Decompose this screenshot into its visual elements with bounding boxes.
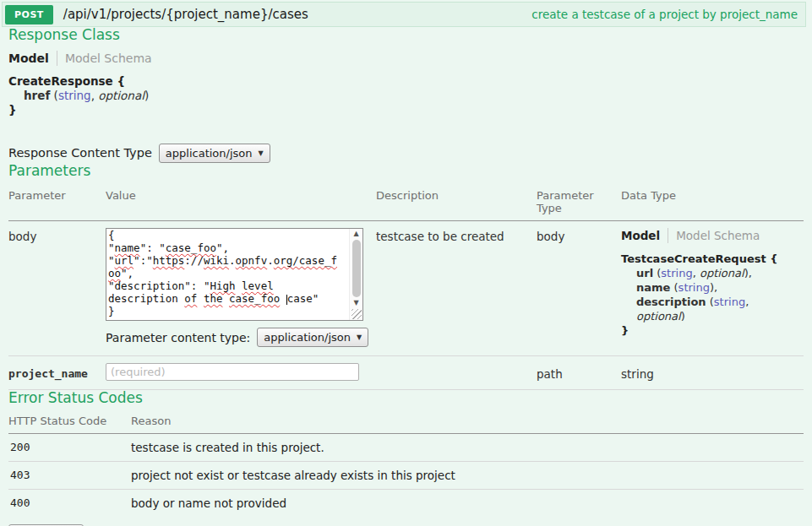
endpoint-path-link[interactable]: /api/v1/projects/{project_name}/cases (63, 7, 308, 22)
param-type: path (537, 363, 621, 381)
status-code: 403 (8, 469, 131, 482)
status-code: 400 (8, 496, 131, 510)
textarea-scrollbar[interactable]: ▲ ▼ (349, 229, 362, 320)
model-close: } (8, 103, 804, 117)
col-parameter: Parameter (8, 189, 106, 214)
model-close: } (621, 323, 797, 338)
table-row-body-param: body {"name": "case_foo","url":"https://… (8, 221, 804, 356)
param-data-type: string (621, 363, 804, 381)
tab-model[interactable]: Model (621, 229, 660, 242)
error-status-codes-heading: Error Status Codes (8, 390, 804, 406)
parameter-content-type-label: Parameter content type: (106, 331, 250, 344)
col-description: Description (376, 189, 537, 214)
project-name-input[interactable] (106, 363, 359, 381)
tab-divider (668, 228, 668, 243)
model-property: description (string, optional) (636, 295, 797, 323)
col-parameter-type: Parameter Type (537, 189, 621, 214)
table-row-project-name-param: project_name path string (8, 356, 804, 390)
col-value: Value (106, 189, 376, 214)
response-content-type-label: Response Content Type (8, 146, 152, 160)
parameters-heading: Parameters (8, 163, 804, 179)
scrollbar-thumb[interactable] (352, 240, 361, 297)
body-value-text: {"name": "case_foo","url":"https://wiki.… (106, 229, 349, 320)
dropdown-arrow-icon: ▼ (259, 149, 264, 157)
model-open: CreateResponse { (8, 74, 804, 89)
param-description (376, 363, 537, 381)
col-reason: Reason (131, 415, 804, 427)
tab-model[interactable]: Model (8, 52, 49, 65)
table-row-status-200: 200 testcase is created in this project. (8, 434, 804, 462)
dropdown-arrow-icon: ▼ (357, 333, 362, 341)
operation-header: POST /api/v1/projects/{project_name}/cas… (2, 2, 806, 27)
model-property: url (string, optional), (636, 266, 797, 280)
data-type-tabs: Model Model Schema (621, 228, 797, 243)
table-row-status-403: 403 project not exist or testcase alread… (8, 462, 804, 490)
response-class-heading: Response Class (8, 27, 804, 43)
endpoint-summary-link[interactable]: create a testcase of a project by projec… (531, 8, 798, 21)
tab-model-schema[interactable]: Model Schema (65, 52, 152, 65)
tab-model-schema[interactable]: Model Schema (676, 229, 760, 242)
resize-grip-icon[interactable] (352, 309, 362, 319)
param-description: testcase to be created (376, 228, 537, 347)
status-reason: project not exist or testcase already ex… (131, 469, 804, 482)
model-property: href (string, optional) (24, 89, 804, 103)
param-name-body: body (8, 228, 106, 347)
parameter-content-type-select[interactable]: application/json ▼ (257, 328, 368, 347)
parameter-content-type-value: application/json (264, 331, 351, 344)
body-value-textarea[interactable]: {"name": "case_foo","url":"https://wiki.… (106, 228, 363, 321)
response-model-signature: CreateResponse { href (string, optional)… (8, 74, 804, 117)
parameter-content-type-row: Parameter content type: application/json… (106, 328, 369, 347)
error-table-header: HTTP Status Code Reason (8, 406, 804, 434)
scroll-up-icon[interactable]: ▲ (353, 230, 358, 237)
response-class-tabs: Model Model Schema (8, 51, 804, 66)
param-name-project-name: project_name (8, 363, 106, 381)
status-code: 200 (8, 441, 131, 454)
status-reason: testcase is created in this project. (131, 441, 804, 454)
response-content-type-row: Response Content Type application/json ▼ (8, 144, 804, 163)
col-http-status-code: HTTP Status Code (8, 415, 131, 427)
status-reason: body or name not provided (131, 496, 804, 510)
parameters-table-header: Parameter Value Description Parameter Ty… (8, 178, 804, 221)
col-data-type: Data Type (621, 189, 804, 214)
response-content-type-select[interactable]: application/json ▼ (159, 144, 270, 163)
response-content-type-value: application/json (166, 147, 253, 160)
scroll-down-icon[interactable]: ▼ (353, 300, 358, 306)
http-method-badge: POST (5, 5, 53, 24)
model-open: TestcaseCreateRequest { (621, 252, 797, 266)
tab-divider (57, 51, 57, 66)
model-property: name (string), (636, 280, 797, 295)
table-row-status-400: 400 body or name not provided (8, 490, 804, 517)
param-data-type: Model Model Schema TestcaseCreateRequest… (621, 228, 804, 347)
request-model-signature: TestcaseCreateRequest { url (string, opt… (621, 252, 797, 338)
param-type: body (537, 228, 621, 347)
